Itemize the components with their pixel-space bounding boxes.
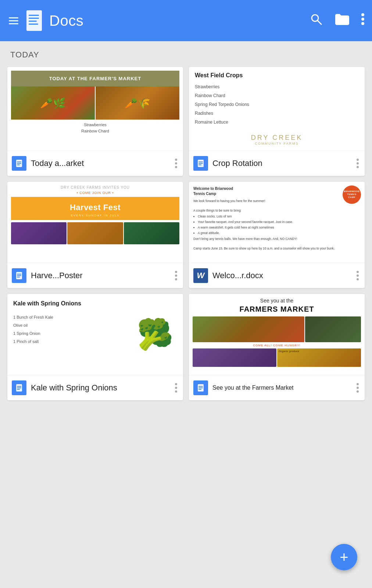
fm-carrots-icon: 🥕🌾 [96,86,179,120]
svg-rect-19 [17,274,21,274]
hf-photos [11,222,179,244]
hf-banner-title: Harvest Fest [14,203,176,212]
hf-photo-3 [124,222,179,244]
gdocs-icon-3 [12,268,26,283]
gdocs-icon-1 [12,156,26,171]
doc-more-menu-6[interactable] [355,382,360,394]
hf-photo-2 [67,222,123,244]
kale-item-4: 1 Pinch of salt [13,339,130,344]
gdocs-icon-6 [193,380,208,395]
doc-card-4[interactable]: BRIARWOODTENNISCAMP Welcome to Briarwood… [189,182,365,288]
svg-rect-29 [198,389,201,390]
kale-text: Kale with Spring Onions 1 Bunch of Fresh… [13,300,130,369]
svg-rect-15 [198,162,203,162]
hf-banner: Harvest Fest EVERY SUNDAY IN JULY [11,197,179,220]
hf-photo-1 [11,222,67,244]
create-fab[interactable]: + [331,544,357,570]
cr-brand: DRY CREEK COMMUNITY FARMS [195,134,359,145]
fm2-photo2-2: Organic produce [277,348,361,367]
svg-rect-25 [17,389,20,390]
menu-icon[interactable] [7,16,20,26]
docs-grid: TODAY AT THE FARMER'S MARKET 🥕🌿 🥕🌾 Straw… [7,67,365,400]
section-today-label: TODAY [7,50,365,60]
svg-point-8 [361,18,364,21]
doc-card-1[interactable]: TODAY AT THE FARMER'S MARKET 🥕🌿 🥕🌾 Straw… [7,67,183,176]
doc-more-menu-4[interactable] [355,269,360,282]
doc-footer-2: Crop Rotation [189,150,365,176]
gdocs-icon-2 [193,156,208,171]
doc-footer-5: Kale with Spring Onions [7,375,183,400]
svg-rect-4 [29,24,38,25]
kale-title: Kale with Spring Onions [13,300,130,308]
doc-preview-3: DRY CREEK FARMS INVITES YOU • COME JOIN … [7,182,183,263]
cr-items: Strawberries Rainbow Chard Spring Red To… [195,82,359,127]
doc-card-6[interactable]: See you at the FARMERS MARKET COME ALL! … [189,294,365,400]
docs-app-icon [26,10,45,32]
svg-rect-11 [17,162,21,162]
doc-more-menu-2[interactable] [355,157,360,170]
doc-name-6: See you at the Farmers Market [212,385,351,391]
doc-footer-6: See you at the Farmers Market [189,375,365,400]
kale-item-1: 1 Bunch of Fresh Kale [13,315,130,319]
fm2-big-title: FARMERS MARKET [193,305,361,314]
kale-image: 🥦 [133,300,177,369]
cr-brand-sub: COMMUNITY FARMS [195,142,359,145]
header-logo: Docs [26,10,304,32]
doc-name-3: Harve...Poster [31,271,169,280]
doc-card-3[interactable]: DRY CREEK FARMS INVITES YOU • COME JOIN … [7,182,183,288]
fm2-photo-right [305,316,361,342]
search-icon[interactable] [310,13,323,29]
doc-footer-4: W Welco...r.docx [189,263,365,288]
fm-image-left: 🥕🌿 [11,86,95,120]
svg-rect-27 [198,386,203,387]
svg-rect-17 [198,164,201,165]
svg-rect-28 [198,387,203,388]
doc-footer-1: Today a...arket [7,150,183,176]
doc-preview-1: TODAY AT THE FARMER'S MARKET 🥕🌿 🥕🌾 Straw… [7,67,183,150]
fm-image-right: 🥕🌾 [96,86,179,120]
doc-preview-6: See you at the FARMERS MARKET COME ALL! … [189,294,365,375]
app-header: Docs [0,0,372,41]
app-title: Docs [49,13,83,29]
doc-preview-5: Kale with Spring Onions 1 Bunch of Fresh… [7,294,183,375]
svg-point-7 [361,13,364,16]
doc-more-menu-3[interactable] [174,269,179,282]
svg-rect-1 [29,15,39,16]
svg-rect-2 [29,18,39,19]
doc-name-1: Today a...arket [31,159,169,168]
fm2-photo-left [193,316,304,342]
doc-name-2: Crop Rotation [212,159,351,168]
cr-title: West Field Crops [195,72,359,79]
kale-item-3: 1 Spring Onion [13,331,130,336]
doc-more-menu-5[interactable] [174,382,179,394]
tc-logo: BRIARWOODTENNISCAMP [343,185,361,204]
folder-icon[interactable] [335,13,349,29]
fm2-photos [193,316,361,342]
svg-rect-23 [17,386,21,387]
more-vertical-icon[interactable] [361,13,365,28]
header-actions [310,13,365,29]
hf-banner-sub: EVERY SUNDAY IN JULY [14,214,176,217]
fm-images: 🥕🌿 🥕🌾 [11,86,179,120]
svg-rect-13 [17,164,20,165]
svg-line-6 [318,21,321,24]
hf-come: • COME JOIN OUR • [11,191,179,195]
svg-rect-3 [29,21,37,22]
fm2-come: COME ALL! COME HUNGRY! [193,344,361,347]
svg-rect-24 [17,387,21,388]
doc-more-menu-1[interactable] [174,157,179,170]
svg-rect-20 [17,275,21,276]
doc-card-2[interactable]: West Field Crops Strawberries Rainbow Ch… [189,67,365,176]
main-content: TODAY TODAY AT THE FARMER'S MARKET 🥕🌿 🥕🌾… [0,41,372,409]
svg-rect-12 [17,163,21,164]
tc-list: Clean socks. Lots of 'em Your favorite r… [193,214,338,235]
gdocs-icon-5 [12,380,26,395]
doc-preview-2: West Field Crops Strawberries Rainbow Ch… [189,67,365,150]
doc-card-5[interactable]: Kale with Spring Onions 1 Bunch of Fresh… [7,294,183,400]
svg-rect-21 [17,277,20,277]
svg-point-9 [361,22,364,25]
doc-name-5: Kale with Spring Onions [31,383,169,393]
fm-caption: Strawberries Rainbow Chard [7,120,183,137]
kale-item-2: Olive oil [13,323,130,327]
doc-name-4: Welco...r.docx [212,271,351,280]
